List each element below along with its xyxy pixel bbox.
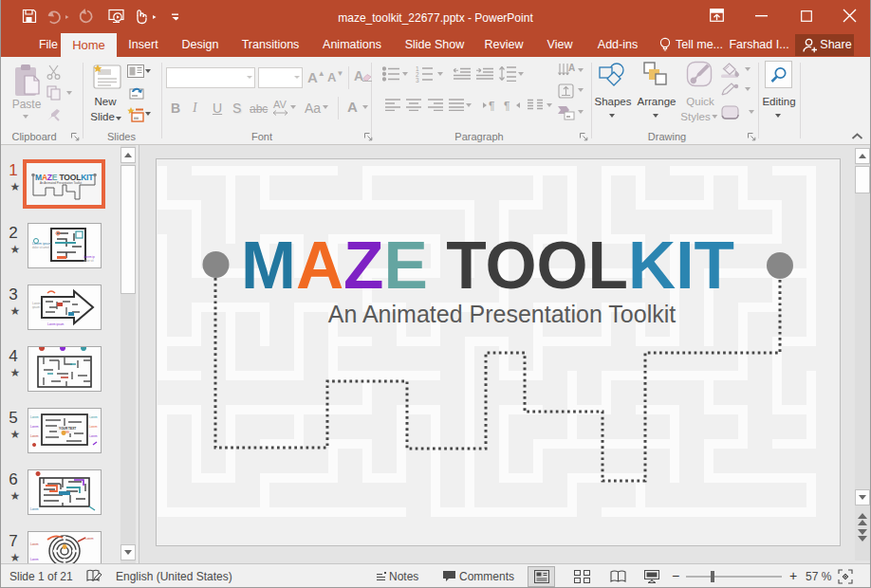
svg-text:Lorem: Lorem (30, 425, 39, 429)
svg-text:Lorem: Lorem (30, 415, 39, 419)
svg-text:A: A (568, 63, 575, 73)
svg-text:3: 3 (416, 77, 419, 83)
svg-text:Lorem ipsum: Lorem ipsum (47, 322, 65, 326)
svg-text:¶: ¶ (489, 100, 494, 111)
svg-text:Lorem: Lorem (30, 507, 39, 511)
svg-text:ipsum: ipsum (32, 305, 41, 309)
svg-text:Lorem: Lorem (30, 558, 39, 561)
svg-text:Lorem: Lorem (89, 415, 98, 419)
svg-text:Lorem: Lorem (85, 537, 94, 541)
svg-text:dolor sit amet: dolor sit amet (32, 246, 49, 249)
svg-text:¶: ¶ (504, 100, 510, 111)
svg-text:Lorem: Lorem (89, 425, 98, 429)
svg-text:dolor sit: dolor sit (83, 259, 94, 263)
svg-text:Lorem: Lorem (89, 434, 98, 438)
svg-text:Lorem: Lorem (30, 542, 39, 546)
svg-text:Lorem: Lorem (30, 434, 39, 438)
